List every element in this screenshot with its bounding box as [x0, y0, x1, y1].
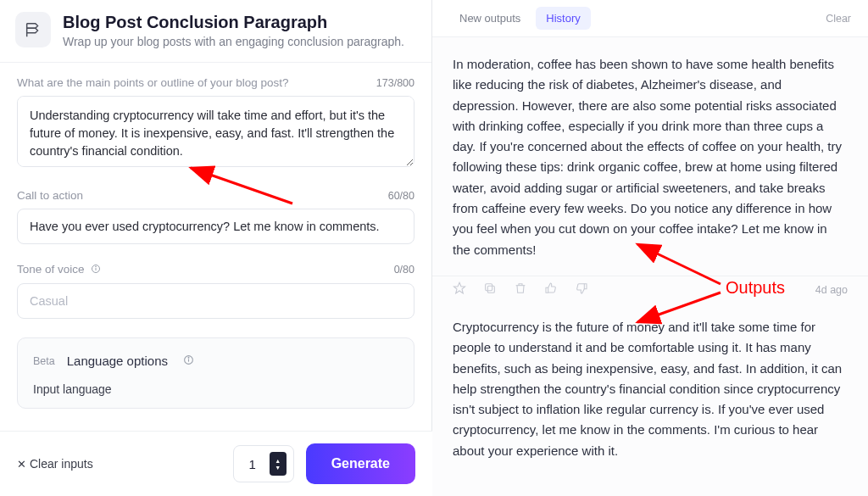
output-text: In moderation, coffee has been shown to …: [453, 54, 848, 260]
svg-rect-8: [486, 284, 492, 291]
counter-main-points: 173/800: [376, 77, 415, 89]
info-icon[interactable]: [183, 354, 194, 369]
output-text: Cryptocurrency is the future of money an…: [453, 317, 848, 461]
page-subtitle: Wrap up your blog posts with an engaging…: [63, 35, 404, 48]
tab-new-outputs[interactable]: New outputs: [449, 7, 531, 30]
left-panel: Blog Post Conclusion Paragraph Wrap up y…: [0, 0, 432, 496]
svg-rect-7: [487, 286, 494, 293]
output-tabs-row: New outputs History Clear: [432, 0, 868, 37]
label-tone: Tone of voice: [17, 263, 101, 276]
thumbs-down-icon[interactable]: [575, 281, 588, 298]
output-item: In moderation, coffee has been shown to …: [432, 37, 868, 276]
action-bar: ✕ Clear inputs 1 ▲ ▼ Generate: [0, 431, 432, 496]
input-language-label: Input language: [33, 382, 398, 396]
clear-inputs-button[interactable]: ✕ Clear inputs: [17, 457, 93, 471]
beta-badge: Beta: [33, 355, 55, 367]
counter-tone: 0/80: [394, 264, 415, 276]
svg-point-2: [96, 266, 97, 267]
svg-point-5: [188, 357, 189, 358]
thumbs-up-icon[interactable]: [544, 281, 558, 298]
outputs-list: In moderation, coffee has been shown to …: [432, 37, 868, 496]
label-cta: Call to action: [17, 189, 83, 202]
tab-history[interactable]: History: [536, 7, 590, 30]
info-icon[interactable]: [91, 264, 101, 276]
svg-marker-6: [453, 282, 465, 293]
language-options-title: Language options: [67, 354, 168, 368]
generate-button[interactable]: Generate: [306, 443, 415, 484]
copy-icon[interactable]: [483, 281, 497, 298]
language-options-box: Beta Language options Input language: [17, 337, 415, 409]
quantity-value: 1: [241, 457, 264, 471]
output-actions-row: 4d ago: [432, 276, 868, 300]
stepper-buttons[interactable]: ▲ ▼: [270, 452, 287, 476]
cta-input[interactable]: [17, 209, 415, 244]
label-tone-text: Tone of voice: [17, 263, 85, 276]
field-main-points: What are the main points or outline of y…: [17, 76, 415, 170]
output-timestamp: 4d ago: [815, 284, 848, 296]
label-main-points: What are the main points or outline of y…: [17, 76, 288, 89]
chevron-up-icon[interactable]: ▲: [275, 458, 281, 464]
right-panel: New outputs History Clear In moderation,…: [432, 0, 868, 496]
output-item: Cryptocurrency is the future of money an…: [432, 300, 868, 476]
flag-icon: [15, 12, 51, 47]
star-icon[interactable]: [453, 281, 466, 298]
tone-input[interactable]: [17, 283, 415, 319]
chevron-down-icon[interactable]: ▼: [275, 465, 281, 471]
trash-icon[interactable]: [514, 281, 527, 298]
page-title: Blog Post Conclusion Paragraph: [63, 12, 404, 33]
close-icon: ✕: [17, 458, 26, 471]
main-points-input[interactable]: [17, 96, 415, 167]
quantity-stepper[interactable]: 1 ▲ ▼: [233, 445, 294, 482]
counter-cta: 60/80: [388, 190, 415, 202]
page-header: Blog Post Conclusion Paragraph Wrap up y…: [0, 0, 431, 63]
clear-inputs-label: Clear inputs: [30, 457, 93, 471]
field-cta: Call to action 60/80: [17, 189, 415, 244]
field-tone: Tone of voice 0/80: [17, 263, 415, 319]
clear-outputs-button[interactable]: Clear: [826, 13, 851, 25]
